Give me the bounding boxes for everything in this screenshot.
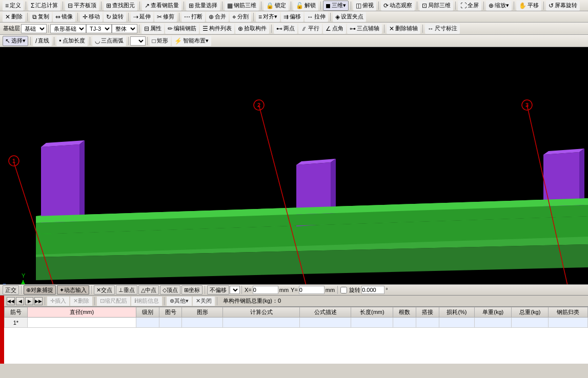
nav-prev-btn[interactable]: ◀ (16, 297, 24, 305)
sep (48, 25, 49, 33)
offset-btn[interactable]: ⇉偏移 (281, 12, 303, 22)
flat-icon: ⊟ (68, 2, 73, 9)
component-list-btn[interactable]: ☰构件列表 (200, 24, 234, 34)
dynamic-input-btn[interactable]: ✦动态输入 (57, 285, 89, 295)
pan-btn[interactable]: ✋平移 (516, 1, 541, 11)
flat-panel-btn[interactable]: ⊟平齐板顶 (65, 1, 99, 11)
cell-dia[interactable] (27, 318, 136, 328)
extend-btn[interactable]: ⇢延伸 (131, 12, 153, 22)
copy-btn[interactable]: ⧉复制 (30, 12, 52, 22)
vertex-btn[interactable]: ◇顶点 (160, 285, 180, 295)
arc-tool-btn[interactable]: ◡ 三点画弧 (92, 36, 126, 46)
split-btn[interactable]: ⋄分割 (230, 12, 251, 22)
batch-select-btn[interactable]: ⊞批量选择 (186, 1, 220, 11)
trim-btn[interactable]: ✂修剪 (154, 12, 177, 22)
delete-btn[interactable]: ✕删除 (3, 12, 25, 22)
intersection-btn[interactable]: ✕交点 (94, 285, 115, 295)
nav-next-btn[interactable]: ▶ (25, 297, 33, 305)
y-input[interactable] (299, 286, 325, 294)
fullscreen-btn[interactable]: ⛶全屏 (458, 1, 481, 11)
sum-calc-btn[interactable]: Σ汇总计算 (28, 1, 60, 11)
move-btn[interactable]: ✛移动 (80, 12, 103, 22)
other-btn[interactable]: ⊕ 其他 ▾ (167, 297, 192, 306)
x-input[interactable] (253, 286, 278, 294)
midpoint-btn[interactable]: △中点 (138, 285, 159, 295)
find-rebar-btn[interactable]: ⊞查找图元 (104, 1, 137, 11)
copy-icon: ⧉ (32, 13, 37, 20)
3d-viewport[interactable]: 2 3 1 1 2 3 X Y Z B (0, 47, 588, 284)
zoom-fit-btn[interactable]: ⊡ 缩尺配筋 (97, 297, 130, 306)
cell-desc (300, 318, 351, 328)
dia-input[interactable] (30, 320, 134, 326)
cell-num: 1* (5, 318, 28, 328)
parallel-icon: ⫽ (301, 25, 307, 32)
draw-mode-select[interactable] (130, 36, 146, 46)
nav-last-btn[interactable]: ▶▶ (34, 297, 43, 305)
3d-btn[interactable]: ◼三维▾ (323, 1, 349, 11)
two-point-btn[interactable]: ⊷两点 (274, 24, 297, 34)
zoom-btn[interactable]: ⊕缩放▾ (486, 1, 512, 11)
pick-component-btn[interactable]: ⊕拾取构件 (235, 24, 269, 34)
sep (179, 13, 179, 21)
draw-row: ↖ 选择 ▾ / 直线 • 点加长度 ◡ 三点画弧 □ 矩形 ⚡ 智能布置 ▾ (0, 35, 588, 47)
point-length-btn[interactable]: • 点加长度 (56, 36, 87, 46)
close-btn[interactable]: ✕ 关闭 (193, 297, 215, 306)
break-btn[interactable]: ⋯打断 (181, 12, 205, 22)
zoomfit-icon: ⊡ (100, 298, 105, 304)
type-select[interactable]: 条形基础 (50, 24, 86, 33)
unlock-btn[interactable]: 🔓解锁 (293, 1, 318, 11)
line-tool-btn[interactable]: / 直线 (33, 36, 52, 46)
define-btn[interactable]: ≡定义 (3, 1, 24, 11)
table-row[interactable]: 1* (5, 318, 588, 328)
layer-select[interactable]: 基础 (21, 24, 47, 33)
insert-btn[interactable]: ✛ 插入 (47, 297, 69, 306)
set-point-btn[interactable]: ◈设置夹点 (333, 12, 366, 22)
dim-note-btn[interactable]: ↔尺寸标注 (425, 24, 460, 34)
delete-axis-btn[interactable]: ✕删除辅轴 (387, 24, 420, 34)
view-rebar-btn[interactable]: ↗查看钢筋量 (142, 1, 181, 11)
sep (222, 2, 222, 10)
perpendicular-btn[interactable]: ⊥垂点 (116, 285, 137, 295)
col-header-cat: 钢筋归类 (549, 307, 588, 318)
edit-rebar-btn[interactable]: ✏编辑钢筋 (165, 24, 199, 34)
rotate-input[interactable] (361, 286, 384, 294)
id-select[interactable]: TJ-3 (86, 24, 112, 33)
align-btn[interactable]: ≡对齐▾ (256, 12, 280, 22)
dynamic-obs-btn[interactable]: ⟳动态观察 (381, 1, 415, 11)
select-tool-btn[interactable]: ↖ 选择 ▾ (3, 36, 28, 46)
point-angle-btn[interactable]: ∠点角 (323, 24, 346, 34)
col-header-dia: 直径(mm) (27, 307, 136, 318)
rebardelete-icon: ✕ (73, 298, 78, 304)
smart-layout-btn[interactable]: ⚡ 智能布置 ▾ (172, 36, 211, 46)
col-header-loss: 损耗(%) (439, 307, 474, 318)
coordinate-btn[interactable]: ⊞坐标 (181, 285, 202, 295)
mirror-btn[interactable]: ⇔镜像 (53, 12, 75, 22)
partial-3d-btn[interactable]: ⊡局部三维 (419, 1, 453, 11)
nav-first-btn[interactable]: ◀◀ (7, 297, 15, 305)
parallel-btn[interactable]: ⫽平行 (298, 24, 322, 34)
break-icon: ⋯ (184, 13, 190, 20)
rebar-3d-btn[interactable]: ▦钢筋三维 (225, 1, 259, 11)
properties-btn[interactable]: ⊟属性 (141, 24, 164, 34)
rotate-btn[interactable]: ↻旋转 (104, 12, 126, 22)
rotate-screen-btn[interactable]: ↺屏幕旋转 (546, 1, 580, 11)
orthogonal-btn[interactable]: 正交 (3, 285, 19, 295)
cell-grade (136, 318, 159, 328)
rotate-checkbox[interactable] (340, 287, 347, 293)
object-snap-btn[interactable]: ⊕对象捕捉 (24, 285, 56, 295)
sep (128, 37, 129, 45)
scope-select[interactable]: 整体 (112, 24, 137, 33)
twopoint-icon: ⊷ (276, 25, 282, 32)
rect-tool-btn[interactable]: □ 矩形 (150, 36, 171, 46)
stretch-btn[interactable]: ↔拉伸 (305, 12, 328, 22)
merge-btn[interactable]: ⊕合并 (206, 12, 229, 22)
lock-btn[interactable]: 🔒锁定 (263, 1, 289, 11)
pointlen-icon: • (59, 37, 61, 45)
three-point-axis-btn[interactable]: ⊶三点辅轴 (347, 24, 382, 34)
iso-view-btn[interactable]: ◫俯视 (353, 1, 376, 11)
rebar-info-btn[interactable]: ℹ 钢筋信息 (131, 297, 162, 306)
snap-mode-select[interactable]: ▾ (230, 286, 240, 294)
no-move-btn[interactable]: 不偏移 (207, 285, 229, 295)
rebar-delete-btn[interactable]: ✕ 删除 (70, 297, 92, 306)
setpoint-icon: ◈ (335, 13, 340, 20)
